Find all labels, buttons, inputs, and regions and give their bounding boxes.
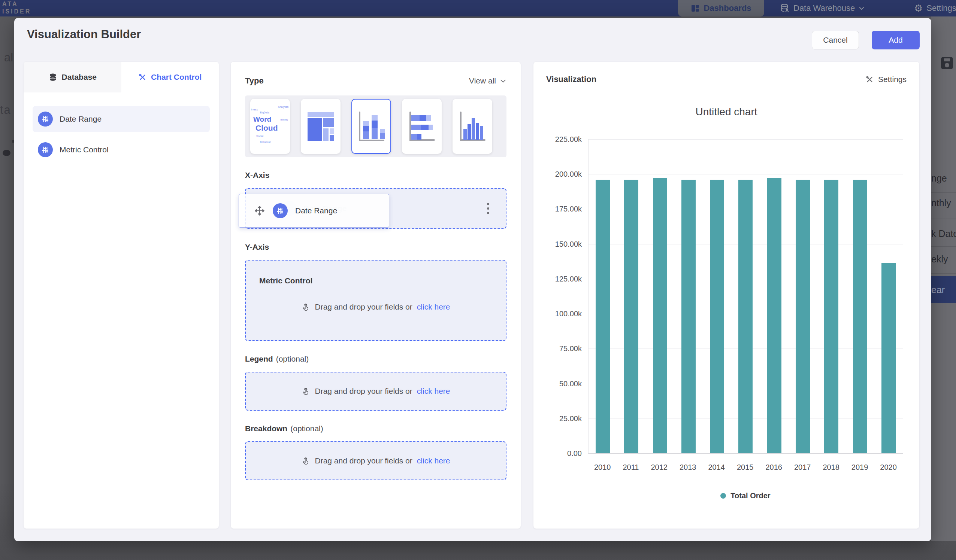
bar (881, 263, 896, 453)
nav-settings[interactable]: ⚙ Settings (914, 0, 956, 16)
bar (824, 180, 838, 453)
breakdown-drop-zone[interactable]: Drag and drop your fields or click here (245, 441, 506, 480)
legend-dot (720, 493, 726, 499)
chart-plot: 225.00k200.00k175.00k150.00k125.00k100.0… (588, 139, 903, 454)
breakdown-heading: Breakdown(optional) (245, 424, 506, 433)
bar (681, 180, 696, 453)
tools-icon (865, 75, 874, 83)
click-here-link[interactable]: click here (417, 303, 450, 311)
chart-legend: Total Order (588, 491, 903, 500)
tap-icon (301, 456, 310, 465)
database-icon (48, 73, 57, 82)
tab-database[interactable]: Database (24, 62, 121, 93)
legend-drop-zone[interactable]: Drag and drop your fields or click here (245, 372, 506, 411)
type-card-word-cloud[interactable]: iness Analytics BigData mining Social Da… (250, 99, 290, 154)
y-tick-label: 125.00k (555, 275, 582, 283)
save-icon (941, 57, 953, 69)
gridline: 0.00 (588, 453, 903, 454)
bar (624, 180, 638, 453)
add-button[interactable]: Add (872, 31, 920, 49)
x-tick-label: 2016 (765, 463, 782, 472)
database-user-icon (780, 3, 790, 13)
type-card-stacked-bar[interactable] (402, 99, 442, 154)
field-list: Date Range Metric Control (24, 93, 219, 163)
x-tick-label: 2017 (794, 463, 811, 472)
y-axis-drop-zone[interactable]: Metric Control Drag and drop your fields… (245, 260, 506, 341)
x-tick-label: 2013 (679, 463, 697, 472)
kebab-menu-icon[interactable] (487, 203, 489, 214)
y-tick-label: 150.00k (555, 240, 582, 248)
field-item-date-range[interactable]: Date Range (33, 106, 210, 132)
control-sliders-icon (38, 142, 53, 157)
type-card-column[interactable] (453, 99, 492, 154)
bar (710, 180, 724, 453)
x-tick-label: 2014 (708, 463, 725, 472)
x-tick-label: 2011 (623, 463, 639, 472)
list-item: ekly (931, 254, 956, 265)
bar (653, 178, 667, 453)
move-icon (254, 205, 265, 216)
dashboards-icon (691, 4, 700, 13)
list-item: nge (931, 173, 956, 184)
legend-heading: Legend(optional) (245, 355, 506, 364)
tap-icon (301, 303, 310, 311)
tools-icon (138, 73, 146, 81)
type-card-treemap[interactable] (301, 99, 341, 154)
chart-type-selector: iness Analytics BigData mining Social Da… (245, 96, 506, 157)
legend-label: Total Order (731, 491, 770, 500)
list-item: k Date (931, 228, 956, 239)
chart-settings-button[interactable]: Settings (865, 75, 907, 84)
y-axis-heading: Y-Axis (245, 243, 506, 251)
stacked-bar-icon (407, 111, 436, 142)
field-item-metric-control[interactable]: Metric Control (33, 136, 210, 163)
click-here-link[interactable]: click here (417, 387, 450, 396)
x-axis-drop-zone[interactable]: Date Range Date Range (245, 188, 506, 229)
y-tick-label: 175.00k (555, 205, 582, 213)
visualization-heading: Visualization (546, 74, 596, 84)
bar (796, 180, 810, 453)
x-tick-label: 2010 (594, 463, 611, 472)
drop-hint-text: Drag and drop your fields or (314, 456, 412, 465)
click-here-link[interactable]: click here (417, 456, 450, 465)
type-card-stacked-column[interactable] (351, 99, 391, 154)
divider (931, 273, 956, 274)
divider (931, 246, 956, 247)
x-tick-label: 2012 (651, 463, 668, 472)
fields-panel-tabs: Database Chart Control (24, 62, 219, 93)
drop-hint-text: Drag and drop your fields or (314, 387, 412, 396)
x-tick-label: 2015 (737, 463, 754, 472)
bar (738, 180, 753, 453)
tab-chart-control[interactable]: Chart Control (121, 62, 219, 93)
app-topbar: ATA ISIDER Dashboards Data Warehouse ⚙ S… (0, 0, 956, 16)
bar (853, 180, 867, 453)
chart-x-axis-labels: 2010201120122013201420152016201720182019… (588, 463, 903, 472)
nav-dashboards[interactable]: Dashboards (678, 0, 764, 16)
list-item-selected: ear (931, 276, 956, 303)
divider (931, 219, 956, 219)
view-all-dropdown[interactable]: View all (469, 76, 506, 85)
nav-data-warehouse[interactable]: Data Warehouse (780, 0, 865, 16)
stacked-column-icon (357, 110, 385, 143)
x-tick-label: 2020 (880, 463, 897, 472)
visualization-panel: Visualization Settings Untitled chart 22… (533, 62, 919, 529)
y-tick-label: 225.00k (555, 135, 582, 144)
background-text-fragment: al (4, 51, 13, 64)
app-logo: ATA ISIDER (2, 0, 31, 15)
control-sliders-icon (273, 203, 288, 218)
control-sliders-icon (38, 111, 53, 127)
builder-panel: Type View all iness Analytics BigData mi… (231, 62, 521, 529)
y-tick-label: 0.00 (567, 449, 582, 458)
dragged-field-chip[interactable]: Date Range (239, 194, 389, 227)
list-item: nthly (931, 198, 956, 209)
treemap-icon (308, 112, 334, 141)
background-text-fragment: ta (0, 103, 11, 117)
x-tick-label: 2019 (851, 463, 868, 472)
chart-bars (588, 139, 903, 453)
cancel-button[interactable]: Cancel (812, 31, 859, 49)
y-tick-label: 75.00k (559, 344, 582, 353)
chart-title: Untitled chart (533, 106, 919, 118)
background-dropdown-list: nge nthly k Date ekly ear (931, 16, 956, 541)
drop-hint-text: Drag and drop your fields or (314, 303, 412, 311)
background-bullet (3, 150, 11, 156)
type-heading: Type (245, 76, 264, 86)
